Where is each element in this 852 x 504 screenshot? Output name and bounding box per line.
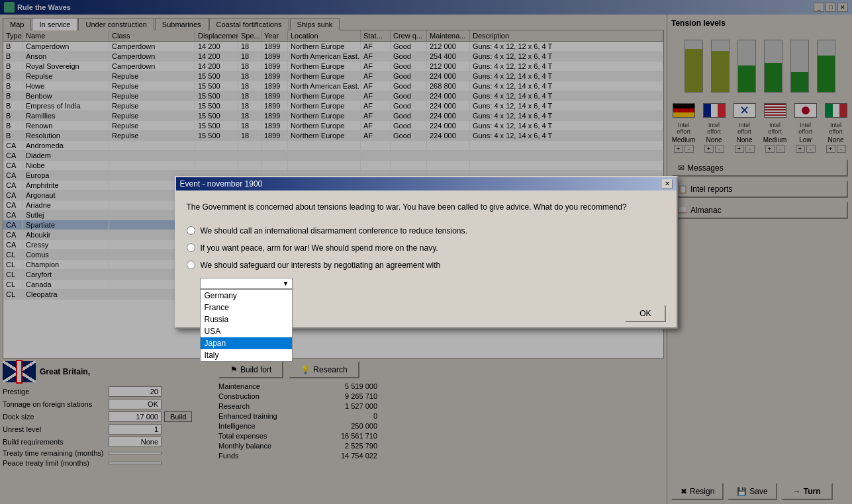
dropdown-option-usa[interactable]: USA (201, 325, 292, 337)
dropdown-option-japan[interactable]: Japan (201, 337, 292, 349)
agreement-dropdown-button[interactable]: ▼ (200, 278, 293, 289)
ok-button[interactable]: OK (625, 305, 665, 322)
modal-close-button[interactable]: ✕ (662, 179, 673, 189)
event-modal: Event - november 1900 ✕ The Government i… (175, 176, 678, 329)
radio-opt3[interactable] (187, 261, 195, 269)
modal-body: The Government is concerned about tensio… (176, 190, 677, 300)
radio-option-3: We should safeguard our interests by neg… (187, 261, 666, 270)
modal-overlay: Event - november 1900 ✕ The Government i… (0, 0, 852, 504)
dropdown-option-italy[interactable]: Italy (201, 349, 292, 361)
modal-title-bar: Event - november 1900 ✕ (176, 177, 677, 190)
modal-text: The Government is concerned about tensio… (187, 201, 666, 213)
radio-opt1[interactable] (187, 226, 195, 235)
dropdown-option-russia[interactable]: Russia (201, 314, 292, 325)
dropdown-option-france[interactable]: France (201, 302, 292, 314)
radio-option-2: If you want peace, arm for war! We shoul… (187, 243, 666, 253)
dropdown-arrow-icon: ▼ (283, 280, 289, 287)
radio-opt2-label: If you want peace, arm for war! We shoul… (201, 243, 438, 253)
radio-option-1: We should call an international disarmam… (187, 226, 666, 235)
agreement-dropdown-container: ▼ GermanyFranceRussiaUSAJapanItaly (200, 278, 293, 289)
modal-title: Event - november 1900 (180, 179, 263, 189)
radio-opt3-label: We should safeguard our interests by neg… (201, 261, 441, 270)
agreement-dropdown-list: GermanyFranceRussiaUSAJapanItaly (200, 289, 293, 362)
radio-opt2[interactable] (187, 243, 195, 252)
dropdown-option-germany[interactable]: Germany (201, 290, 292, 302)
agreement-dropdown-row: ▼ GermanyFranceRussiaUSAJapanItaly (200, 278, 666, 289)
radio-opt1-label: We should call an international disarmam… (201, 226, 467, 235)
